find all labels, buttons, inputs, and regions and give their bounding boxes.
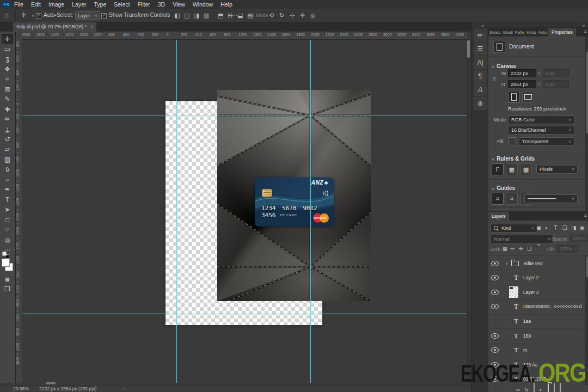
menu-item-3d[interactable]: 3D — [154, 0, 169, 9]
paragraph-panel-icon[interactable]: ¶ — [474, 70, 487, 83]
default-colors-icon[interactable] — [2, 252, 9, 258]
bit-depth-dropdown[interactable]: 16 Bits/Channel∨ — [508, 126, 574, 134]
fill-dropdown[interactable]: Transparent∨ — [519, 137, 574, 146]
adjustment-icon[interactable]: ◐ — [540, 384, 543, 392]
path-selection-tool[interactable]: ➤ — [2, 205, 13, 215]
horizontal-scrollbar-thumb[interactable] — [46, 382, 56, 384]
more-options-icon[interactable]: ⋯ — [232, 9, 238, 22]
layers-menu-icon[interactable]: ≡ — [584, 213, 587, 218]
layer-visibility-toggle[interactable] — [488, 314, 502, 328]
credit-card-layer[interactable]: ANZ❃ 1234 5678 9012 3456 PB CARD MasterC… — [255, 177, 334, 226]
link-icon[interactable]: ∞ — [516, 384, 519, 392]
eraser-tool[interactable]: ▱ — [2, 145, 13, 154]
tool-preset-chevron[interactable]: ∨ — [32, 14, 34, 18]
lock-0-icon[interactable]: ▦ — [503, 246, 507, 252]
layer-row[interactable]: ∨edite text — [488, 256, 588, 271]
guides-1-button[interactable]: ⌗ — [506, 193, 518, 205]
guides-section-header[interactable]: ∨Guides — [492, 182, 515, 192]
glyphs-panel-icon[interactable]: A — [474, 83, 487, 96]
eyedropper-tool[interactable]: ✎ — [2, 95, 13, 104]
layers-scrollbar[interactable] — [585, 255, 588, 385]
mask-icon[interactable] — [534, 384, 535, 392]
brush-settings-icon[interactable]: ✏ — [474, 29, 487, 42]
menu-item-file[interactable]: File — [10, 0, 27, 9]
menu-item-filter[interactable]: Filter — [133, 0, 154, 9]
new-layer-icon[interactable] — [554, 384, 555, 392]
layer-filter-1-icon[interactable]: ◐ — [545, 225, 548, 231]
dodge-tool[interactable]: ⌕ — [2, 175, 13, 184]
canvas-viewport[interactable]: ANZ❃ 1234 5678 9012 3456 PB CARD MasterC… — [22, 39, 467, 383]
menu-item-edit[interactable]: Edit — [27, 0, 45, 9]
collapse-panels-icon[interactable]: « — [481, 23, 483, 28]
guide-horizontal-top[interactable] — [22, 115, 467, 115]
link-dimensions-icon[interactable]: ∞ — [492, 77, 498, 81]
tab-layers[interactable]: Layers — [488, 212, 509, 220]
tab-swatc[interactable]: Swatc — [488, 28, 501, 36]
home-icon[interactable]: ⌂ — [4, 9, 9, 22]
menu-item-view[interactable]: View — [169, 0, 189, 9]
layer-visibility-toggle[interactable] — [488, 285, 502, 299]
menu-item-image[interactable]: Image — [45, 0, 68, 9]
layer-visibility-toggle[interactable] — [488, 256, 502, 271]
3d-mode-3-icon[interactable]: ✛ — [300, 9, 305, 22]
rulers-grids-1-button[interactable]: ▦ — [506, 163, 518, 175]
layer-visibility-toggle[interactable] — [488, 357, 502, 372]
delete-icon[interactable] — [560, 384, 561, 392]
3d-mode-4-icon[interactable]: ◎ — [310, 9, 316, 22]
menu-item-layer[interactable]: Layer — [68, 0, 90, 9]
align-1-icon[interactable]: ◫ — [184, 9, 189, 22]
status-chevron-icon[interactable]: › — [124, 386, 126, 391]
rectangle-tool[interactable]: □ — [2, 215, 13, 224]
distribute-0-icon[interactable]: ⬒ — [218, 9, 223, 22]
distribute-2-icon[interactable]: ⬓ — [237, 9, 243, 22]
layer-visibility-toggle[interactable] — [488, 299, 502, 314]
layer-filter-2-icon[interactable]: T — [554, 225, 557, 231]
lock-1-icon[interactable]: ✏ — [511, 246, 515, 252]
layer-row[interactable]: Tcitta0000000...<<<<<<<<0 d — [488, 299, 588, 315]
tab-histo[interactable]: Histo — [525, 28, 537, 36]
tab-actio[interactable]: Actio — [537, 28, 548, 36]
show-transform-checkbox[interactable]: ✓ — [101, 13, 107, 19]
hand-tool[interactable]: ☞ — [2, 225, 13, 235]
fill-swatch[interactable] — [508, 137, 516, 145]
align-0-icon[interactable]: ◧ — [174, 9, 180, 22]
tab-properties[interactable]: Properties — [548, 28, 576, 36]
layer-visibility-toggle[interactable] — [488, 343, 502, 358]
panel-menu-icon[interactable]: ≡ — [584, 29, 587, 34]
move-tool[interactable]: ✛ — [2, 34, 13, 44]
document-tab[interactable]: Italy id.psd @ 20.7% (RGB/16) * × — [13, 22, 96, 32]
rulers-grids-0-button[interactable]: Γ — [492, 163, 504, 175]
marquee-tool[interactable]: ▭ — [2, 44, 13, 53]
3d-panel-icon[interactable]: ⊛ — [474, 97, 487, 110]
orientation-landscape-button[interactable] — [522, 91, 534, 103]
layer-filter-5-icon[interactable]: ◉ — [580, 225, 585, 231]
blur-tool[interactable]: ۵ — [2, 165, 13, 174]
layer-row[interactable]: T01.01.1990 — [488, 372, 588, 386]
layer-row[interactable]: T129 Aa — [488, 357, 588, 372]
guides-0-button[interactable]: ⌗ — [492, 193, 504, 205]
align-2-icon[interactable]: ◨ — [194, 9, 199, 22]
screen-mode-icon[interactable]: ❐ — [2, 284, 13, 293]
layer-filter-3-icon[interactable]: ❏ — [562, 225, 567, 231]
layer-row[interactable]: T169 — [488, 328, 588, 344]
menu-item-type[interactable]: Type — [90, 0, 110, 9]
ruler-horizontal[interactable]: 2000180016001400120010008006004002000200… — [15, 32, 467, 40]
layer-row[interactable]: T1aa — [488, 314, 588, 329]
layer-visibility-toggle[interactable] — [488, 372, 502, 386]
group-expander-icon[interactable]: ∨ — [505, 261, 508, 266]
guide-vertical-left[interactable] — [176, 39, 177, 383]
3d-mode-2-icon[interactable]: ⊹ — [290, 9, 295, 22]
layer-visibility-toggle[interactable] — [488, 328, 502, 343]
rulers-grids-2-button[interactable]: ▩ — [520, 163, 532, 175]
lock-2-icon[interactable]: ✛ — [519, 246, 523, 252]
zoom-tool[interactable]: ◎ — [2, 235, 13, 244]
ruler-vertical[interactable]: 8006004002000200400600800100012001400160… — [15, 39, 22, 383]
fx-icon[interactable]: fx — [525, 384, 529, 392]
layer-row[interactable]: TLayer 2 — [488, 271, 588, 286]
group-icon[interactable] — [548, 384, 549, 392]
lasso-tool[interactable]: ʓ — [2, 54, 13, 64]
guide-vertical-right[interactable] — [310, 39, 311, 383]
guide-style-dropdown[interactable]: ∨ — [524, 194, 578, 203]
rulers-grids-section-header[interactable]: ∨Rulers & Grids — [492, 153, 535, 163]
guide-horizontal-bottom[interactable] — [22, 314, 467, 314]
